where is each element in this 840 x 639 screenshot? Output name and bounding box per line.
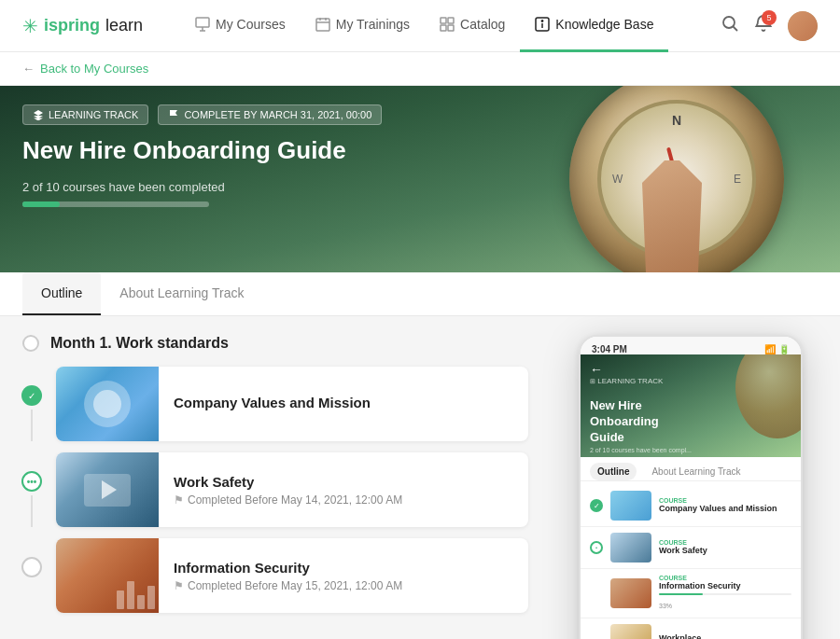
course-items: ✓ Company Values and Mission bbox=[0, 367, 551, 613]
course-thumb-1 bbox=[56, 367, 159, 441]
logo-text-learn: learn bbox=[105, 16, 143, 35]
svg-rect-0 bbox=[196, 18, 209, 27]
svg-line-15 bbox=[734, 27, 738, 32]
timeline-col: ✓ bbox=[22, 367, 41, 441]
mobile-mockup: 3:04 PM 📶 🔋 ← ⊞ LEARNING TRACK New HireO… bbox=[579, 335, 803, 639]
nav-knowledge-base[interactable]: Knowledge Base bbox=[520, 0, 668, 52]
phone-progress-fill-3 bbox=[659, 593, 703, 595]
phone-course-name-3: Information Security bbox=[659, 581, 791, 591]
phone-course-list: ✓ Course Company Values and Mission • Co… bbox=[581, 481, 801, 639]
list-item[interactable]: ✓ Course Company Values and Mission bbox=[581, 485, 801, 527]
table-row: ••• Work Safety ⚑ Completed Before May 1… bbox=[22, 452, 528, 527]
phone-thumb-4 bbox=[610, 624, 651, 639]
timeline-line bbox=[31, 410, 33, 441]
phone-progress-bar-3 bbox=[659, 593, 791, 595]
phone-time: 3:04 PM bbox=[592, 344, 627, 354]
logo-icon: ✳ bbox=[22, 15, 38, 37]
hero-progress-text: 2 of 10 courses have been completed bbox=[22, 180, 818, 194]
avatar[interactable] bbox=[788, 11, 818, 41]
header: ✳ ispring learn My Courses My Trainings … bbox=[0, 0, 840, 52]
hero-progress-bar bbox=[22, 201, 209, 207]
svg-rect-3 bbox=[316, 19, 329, 31]
tabs-bar: Outline About Learning Track bbox=[0, 272, 840, 316]
phone-hero-title: New HireOnboardingGuide bbox=[590, 398, 659, 446]
flag-icon-3: ⚑ bbox=[174, 579, 184, 592]
phone-course-name-2: Work Safety bbox=[659, 546, 791, 556]
phone-back-icon: ← bbox=[590, 362, 603, 377]
nav-my-courses[interactable]: My Courses bbox=[180, 0, 301, 52]
svg-rect-9 bbox=[441, 25, 446, 31]
nav-catalog-label: Catalog bbox=[460, 17, 505, 32]
monitor-icon bbox=[195, 17, 210, 32]
phone-course-label-3: Course bbox=[659, 575, 791, 581]
phone-course-name-1: Company Values and Mission bbox=[659, 504, 791, 514]
timeline-col-2: ••• bbox=[22, 452, 41, 527]
logo[interactable]: ✳ ispring learn bbox=[22, 15, 143, 37]
svg-rect-8 bbox=[448, 18, 454, 23]
flag-icon-2: ⚑ bbox=[174, 493, 184, 507]
search-icon bbox=[721, 14, 739, 33]
pending-check bbox=[21, 557, 42, 577]
course-info-1: Company Values and Mission bbox=[159, 383, 528, 425]
course-meta-2: ⚑ Completed Before May 14, 2021, 12:00 A… bbox=[174, 493, 513, 507]
phone-tab-about[interactable]: About Learning Track bbox=[644, 463, 748, 480]
completed-check: ✓ bbox=[21, 385, 42, 406]
nav-catalog[interactable]: Catalog bbox=[425, 0, 520, 52]
notification-badge: 5 bbox=[762, 10, 777, 25]
hero-progress-fill bbox=[22, 201, 60, 207]
notification-button[interactable]: 5 bbox=[754, 14, 773, 37]
phone-thumb-3 bbox=[610, 578, 651, 608]
course-list: Month 1. Work standards ✓ bbox=[0, 316, 551, 639]
hero-badges: LEARNING TRACK COMPLETE BY MARCH 31, 202… bbox=[22, 104, 818, 125]
tab-outline[interactable]: Outline bbox=[22, 272, 101, 315]
nav-my-trainings[interactable]: My Trainings bbox=[301, 0, 425, 52]
phone-check-1: ✓ bbox=[590, 499, 603, 512]
section-title: Month 1. Work standards bbox=[50, 335, 229, 352]
badge-deadline: COMPLETE BY MARCH 31, 2021, 00:00 bbox=[158, 104, 382, 125]
timeline-line-2 bbox=[31, 495, 33, 527]
course-card-1[interactable]: Company Values and Mission bbox=[56, 367, 528, 441]
course-card-3[interactable]: Information Security ⚑ Completed Before … bbox=[56, 538, 528, 613]
phone-progress-text: 2 of 10 courses have been compl... bbox=[590, 447, 791, 453]
main-content: Month 1. Work standards ✓ bbox=[0, 316, 840, 639]
section-dot bbox=[22, 335, 39, 352]
phone-course-info-1: Course Company Values and Mission bbox=[659, 497, 791, 514]
course-info-2: Work Safety ⚑ Completed Before May 14, 2… bbox=[159, 463, 528, 518]
list-item[interactable]: • Course Work Safety bbox=[581, 527, 801, 569]
hero-content: LEARNING TRACK COMPLETE BY MARCH 31, 202… bbox=[0, 86, 840, 226]
hero-title: New Hire Onboarding Guide bbox=[22, 136, 818, 165]
list-item[interactable]: Course Information Security 33% bbox=[581, 569, 801, 618]
svg-rect-7 bbox=[441, 18, 446, 23]
svg-point-13 bbox=[542, 21, 543, 21]
phone-progress-pct-3: 33% bbox=[659, 603, 672, 609]
mobile-mockup-wrapper: 3:04 PM 📶 🔋 ← ⊞ LEARNING TRACK New HireO… bbox=[551, 316, 840, 639]
in-progress-check: ••• bbox=[21, 471, 42, 492]
grid-icon bbox=[440, 17, 455, 32]
table-row: Information Security ⚑ Completed Before … bbox=[22, 538, 528, 613]
phone-learning-badge: ⊞ LEARNING TRACK bbox=[590, 377, 663, 385]
nav-knowledge-base-label: Knowledge Base bbox=[555, 17, 653, 32]
course-thumb-3 bbox=[56, 538, 159, 613]
phone-course-info-3: Course Information Security 33% bbox=[659, 575, 791, 612]
phone-course-label-1: Course bbox=[659, 497, 791, 504]
course-name-3: Information Security bbox=[174, 560, 513, 576]
tab-about[interactable]: About Learning Track bbox=[101, 272, 262, 315]
phone-status-bar: 3:04 PM 📶 🔋 bbox=[581, 337, 801, 354]
search-button[interactable] bbox=[721, 14, 739, 37]
phone-course-info-4: Workplace bbox=[659, 633, 791, 639]
course-thumb-2 bbox=[56, 452, 159, 527]
back-link[interactable]: Back to My Courses bbox=[40, 62, 148, 76]
info-icon bbox=[535, 17, 550, 32]
calendar-icon bbox=[315, 17, 330, 32]
phone-course-name-4: Workplace bbox=[659, 633, 791, 639]
phone-tab-outline[interactable]: Outline bbox=[590, 463, 637, 480]
svg-point-14 bbox=[723, 17, 735, 28]
course-card-2[interactable]: Work Safety ⚑ Completed Before May 14, 2… bbox=[56, 452, 528, 527]
layers-icon bbox=[33, 109, 44, 120]
list-item[interactable]: Workplace bbox=[581, 618, 801, 639]
phone-camera: 📶 🔋 bbox=[764, 344, 790, 354]
course-name-1: Company Values and Mission bbox=[174, 395, 513, 410]
course-info-3: Information Security ⚑ Completed Before … bbox=[159, 549, 528, 604]
course-name-2: Work Safety bbox=[174, 474, 513, 490]
logo-text-is: ispring bbox=[44, 16, 100, 35]
